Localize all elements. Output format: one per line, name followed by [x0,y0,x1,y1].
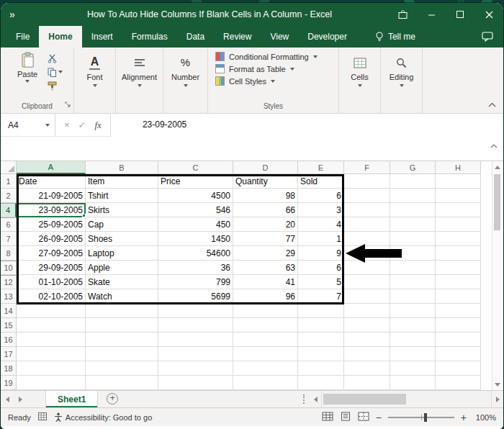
cell-E12[interactable]: 5 [298,275,344,289]
cell-B1[interactable]: Item [86,174,158,189]
cell-H15[interactable] [436,318,481,333]
col-header-C[interactable]: C [158,161,233,174]
horizontal-scroll-track[interactable] [321,391,492,407]
cell-C10[interactable]: 36 [158,261,233,275]
cell-H2[interactable] [436,189,481,203]
cell-H4[interactable] [436,203,481,217]
cell-C16[interactable] [158,333,233,347]
cell-G10[interactable] [390,261,436,275]
cell-D8[interactable]: 29 [233,246,298,261]
cell-E6[interactable]: 4 [298,217,344,232]
font-group-button[interactable]: A Font [74,48,116,113]
row-header-17[interactable]: 17 [1,347,17,361]
formula-bar-collapse-button[interactable] [490,138,498,151]
cell-B10[interactable]: Apple [86,261,158,275]
cell-A17[interactable] [17,347,86,361]
select-all-button[interactable] [1,161,17,174]
cell-C6[interactable]: 450 [158,217,233,232]
cell-F1[interactable] [344,174,390,189]
cell-C13[interactable]: 5699 [158,289,233,304]
vertical-scroll-thumb[interactable] [494,174,500,230]
col-header-G[interactable]: G [390,161,436,174]
cell-D15[interactable] [233,318,298,333]
cell-G18[interactable] [390,361,436,376]
cell-F7[interactable] [344,232,390,246]
cell-D19[interactable] [233,376,298,390]
cell-E7[interactable]: 1 [298,232,344,246]
minimize-button[interactable] [417,3,446,26]
cell-C2[interactable]: 4500 [158,189,233,203]
cell-H16[interactable] [436,333,481,347]
cell-F16[interactable] [344,333,390,347]
cell-E19[interactable] [298,376,344,390]
cell-A19[interactable] [17,376,86,390]
row-header-8[interactable]: 8 [1,246,17,261]
fill-handle[interactable] [82,214,86,217]
cell-C8[interactable]: 54600 [158,246,233,261]
alignment-group-button[interactable]: Alignment [116,48,163,113]
enter-button[interactable]: ✓ [78,119,86,130]
cell-E16[interactable] [298,333,344,347]
row-header-4[interactable]: 4 [1,203,17,217]
cell-G16[interactable] [390,333,436,347]
col-header-D[interactable]: D [233,161,298,174]
cell-A12[interactable]: 01-10-2005 [17,275,86,289]
scroll-right-button[interactable] [492,391,503,407]
col-header-H[interactable]: H [436,161,481,174]
col-header-E[interactable]: E [298,161,344,174]
horizontal-scrollbar[interactable] [300,391,503,407]
cell-A7[interactable]: 26-09-2005 [17,232,86,246]
editing-group-button[interactable]: Editing [381,48,423,113]
cell-C17[interactable] [158,347,233,361]
cell-D1[interactable]: Quantity [233,174,298,189]
cell-G7[interactable] [390,232,436,246]
cell-G12[interactable] [390,275,436,289]
row-header-1[interactable]: 1 [1,174,17,189]
tell-me-button[interactable]: Tell me [375,26,415,48]
insert-function-button[interactable]: fx [95,119,102,131]
cell-A13[interactable]: 02-10-2005 [17,289,86,304]
cell-E1[interactable]: Sold [298,174,344,189]
cell-D2[interactable]: 98 [233,189,298,203]
row-header-2[interactable]: 2 [1,189,17,203]
cell-G4[interactable] [390,203,436,217]
cell-H19[interactable] [436,376,481,390]
tab-file[interactable]: File [6,26,39,48]
paste-button[interactable]: Paste [12,50,43,83]
cell-A4[interactable]: 23-09-2005 [17,203,86,217]
cell-G6[interactable] [390,217,436,232]
cell-A10[interactable]: 29-09-2005 [17,261,86,275]
cell-D4[interactable]: 66 [233,203,298,217]
cell-F10[interactable] [344,261,390,275]
cell-F19[interactable] [344,376,390,390]
collapse-ribbon-button[interactable] [488,97,496,110]
cell-F15[interactable] [344,318,390,333]
cell-G13[interactable] [390,289,436,304]
cell-B17[interactable] [86,347,158,361]
sheet-tab-sheet1[interactable]: Sheet1 [45,391,98,407]
styles-item-format-as-table[interactable]: Format as Table [215,64,318,73]
tab-review[interactable]: Review [214,26,261,48]
cell-G17[interactable] [390,347,436,361]
cell-C14[interactable] [158,304,233,318]
scroll-left-button[interactable] [310,391,321,407]
sheet-nav-left-button[interactable] [1,391,14,407]
cell-B7[interactable]: Shoes [86,232,158,246]
row-header-19[interactable]: 19 [1,376,17,390]
styles-item-conditional-formatting[interactable]: Conditional Formatting [215,52,318,61]
cell-G14[interactable] [390,304,436,318]
cell-F18[interactable] [344,361,390,376]
tab-view[interactable]: View [261,26,298,48]
cell-D17[interactable] [233,347,298,361]
row-header-7[interactable]: 7 [1,232,17,246]
row-header-14[interactable]: 14 [1,304,17,318]
cell-E18[interactable] [298,361,344,376]
cell-B8[interactable]: Laptop [86,246,158,261]
cell-H13[interactable] [436,289,481,304]
col-header-B[interactable]: B [86,161,158,174]
cell-A14[interactable] [17,304,86,318]
vertical-scrollbar[interactable] [492,161,502,390]
cell-E14[interactable] [298,304,344,318]
cell-A1[interactable]: Date [17,174,86,189]
cell-E10[interactable]: 6 [298,261,344,275]
